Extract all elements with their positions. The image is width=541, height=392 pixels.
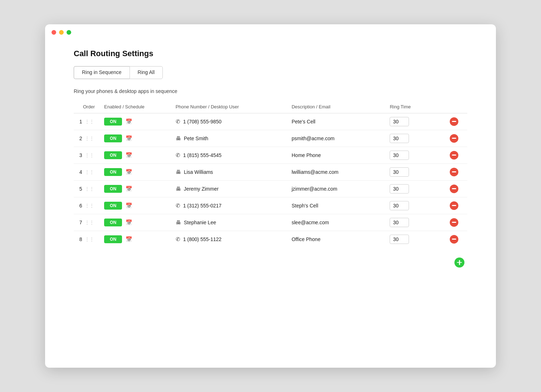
toggle-on[interactable]: ON bbox=[104, 168, 122, 176]
toggle-on[interactable]: ON bbox=[104, 202, 122, 210]
schedule-icon[interactable]: 📅 bbox=[126, 169, 132, 175]
ring-time-input[interactable] bbox=[390, 134, 409, 143]
order-number: 3 bbox=[79, 152, 82, 158]
desktop-icon: 🖶 bbox=[176, 169, 181, 175]
ring-time-cell bbox=[387, 231, 440, 248]
ring-time-cell bbox=[387, 113, 440, 130]
tab-bar: Ring in Sequence Ring All bbox=[74, 66, 467, 79]
description-cell: jzimmer@acme.com bbox=[289, 180, 387, 197]
desktop-icon: 🖶 bbox=[176, 219, 181, 225]
phone-icon: ✆ bbox=[176, 152, 180, 158]
remove-route-button[interactable] bbox=[450, 185, 458, 193]
enabled-cell: ON 📅 bbox=[101, 231, 173, 248]
ring-time-input[interactable] bbox=[390, 235, 409, 244]
order-number: 5 bbox=[79, 186, 82, 192]
add-route-button[interactable] bbox=[454, 258, 464, 268]
ring-time-input[interactable] bbox=[390, 117, 409, 126]
ring-time-input[interactable] bbox=[390, 184, 409, 193]
toggle-on[interactable]: ON bbox=[104, 219, 122, 226]
enabled-cell: ON 📅 bbox=[101, 197, 173, 214]
description-value: lwilliams@acme.com bbox=[292, 169, 338, 175]
action-cell bbox=[440, 113, 467, 130]
maximize-button[interactable] bbox=[67, 30, 71, 35]
minimize-button[interactable] bbox=[59, 30, 64, 35]
schedule-icon[interactable]: 📅 bbox=[126, 152, 132, 158]
description-cell: Steph's Cell bbox=[289, 197, 387, 214]
ring-time-input[interactable] bbox=[390, 218, 409, 227]
table-row: 7 ⋮⋮ ON 📅 🖶 Stephanie Lee slee@acme.com bbox=[74, 214, 467, 231]
drag-handle[interactable]: ⋮⋮ bbox=[83, 136, 96, 141]
contact-value: 1 (800) 555-1122 bbox=[183, 236, 221, 242]
col-header-phone: Phone Number / Desktop User bbox=[173, 102, 289, 113]
add-row bbox=[74, 248, 467, 268]
action-cell bbox=[440, 163, 467, 180]
order-cell: 6 ⋮⋮ bbox=[74, 197, 101, 214]
desktop-icon: 🖶 bbox=[176, 135, 181, 141]
order-cell: 7 ⋮⋮ bbox=[74, 214, 101, 231]
schedule-icon[interactable]: 📅 bbox=[126, 202, 132, 209]
order-number: 6 bbox=[79, 203, 82, 209]
ring-time-input[interactable] bbox=[390, 167, 409, 177]
remove-route-button[interactable] bbox=[450, 201, 458, 210]
enabled-cell: ON 📅 bbox=[101, 180, 173, 197]
col-header-ring: Ring Time bbox=[387, 102, 440, 113]
drag-handle[interactable]: ⋮⋮ bbox=[83, 152, 96, 158]
drag-handle[interactable]: ⋮⋮ bbox=[83, 119, 96, 124]
description-value: Steph's Cell bbox=[292, 203, 318, 209]
drag-handle[interactable]: ⋮⋮ bbox=[83, 236, 96, 242]
tab-ring-all[interactable]: Ring All bbox=[130, 66, 163, 79]
schedule-icon[interactable]: 📅 bbox=[126, 135, 132, 142]
schedule-icon[interactable]: 📅 bbox=[126, 118, 132, 125]
tab-ring-in-sequence[interactable]: Ring in Sequence bbox=[74, 66, 130, 79]
enabled-cell: ON 📅 bbox=[101, 130, 173, 147]
remove-route-button[interactable] bbox=[450, 151, 458, 160]
description-cell: Pete's Cell bbox=[289, 113, 387, 130]
drag-handle[interactable]: ⋮⋮ bbox=[83, 186, 96, 191]
titlebar bbox=[45, 24, 496, 38]
description-value: jzimmer@acme.com bbox=[292, 186, 337, 192]
subtitle: Ring your phones & desktop apps in seque… bbox=[74, 88, 467, 94]
table-row: 8 ⋮⋮ ON 📅 ✆ 1 (800) 555-1122 Office Phon… bbox=[74, 231, 467, 248]
remove-route-button[interactable] bbox=[450, 168, 458, 176]
toggle-on[interactable]: ON bbox=[104, 235, 122, 243]
action-cell bbox=[440, 130, 467, 147]
phone-cell: ✆ 1 (815) 555-4545 bbox=[173, 147, 289, 163]
description-cell: slee@acme.com bbox=[289, 214, 387, 231]
close-button[interactable] bbox=[52, 30, 56, 35]
remove-route-button[interactable] bbox=[450, 235, 458, 244]
ring-time-input[interactable] bbox=[390, 151, 409, 160]
order-cell: 2 ⋮⋮ bbox=[74, 130, 101, 147]
drag-handle[interactable]: ⋮⋮ bbox=[83, 203, 96, 208]
contact-value: 1 (815) 555-4545 bbox=[183, 152, 221, 158]
toggle-on[interactable]: ON bbox=[104, 185, 122, 193]
schedule-icon[interactable]: 📅 bbox=[126, 236, 132, 242]
description-value: Home Phone bbox=[292, 152, 321, 158]
ring-time-input[interactable] bbox=[390, 201, 409, 210]
schedule-icon[interactable]: 📅 bbox=[126, 186, 132, 192]
toggle-on[interactable]: ON bbox=[104, 134, 122, 142]
action-cell bbox=[440, 231, 467, 248]
ring-time-cell bbox=[387, 214, 440, 231]
action-cell bbox=[440, 147, 467, 163]
description-cell: Home Phone bbox=[289, 147, 387, 163]
schedule-icon[interactable]: 📅 bbox=[126, 219, 132, 226]
remove-route-button[interactable] bbox=[450, 134, 458, 143]
enabled-cell: ON 📅 bbox=[101, 214, 173, 231]
order-number: 4 bbox=[79, 169, 82, 175]
routing-table: Order Enabled / Schedule Phone Number / … bbox=[74, 102, 467, 248]
order-cell: 1 ⋮⋮ bbox=[74, 113, 101, 130]
col-header-desc: Description / Email bbox=[289, 102, 387, 113]
action-cell bbox=[440, 214, 467, 231]
phone-cell: ✆ 1 (312) 555-0217 bbox=[173, 197, 289, 214]
drag-handle[interactable]: ⋮⋮ bbox=[83, 220, 96, 225]
order-number: 7 bbox=[79, 220, 82, 225]
toggle-on[interactable]: ON bbox=[104, 151, 122, 159]
drag-handle[interactable]: ⋮⋮ bbox=[83, 169, 96, 175]
remove-route-button[interactable] bbox=[450, 218, 458, 227]
remove-route-button[interactable] bbox=[450, 117, 458, 126]
toggle-on[interactable]: ON bbox=[104, 118, 122, 126]
phone-icon: ✆ bbox=[176, 118, 180, 125]
description-cell: psmith@acme.com bbox=[289, 130, 387, 147]
phone-icon: ✆ bbox=[176, 202, 180, 209]
enabled-cell: ON 📅 bbox=[101, 113, 173, 130]
